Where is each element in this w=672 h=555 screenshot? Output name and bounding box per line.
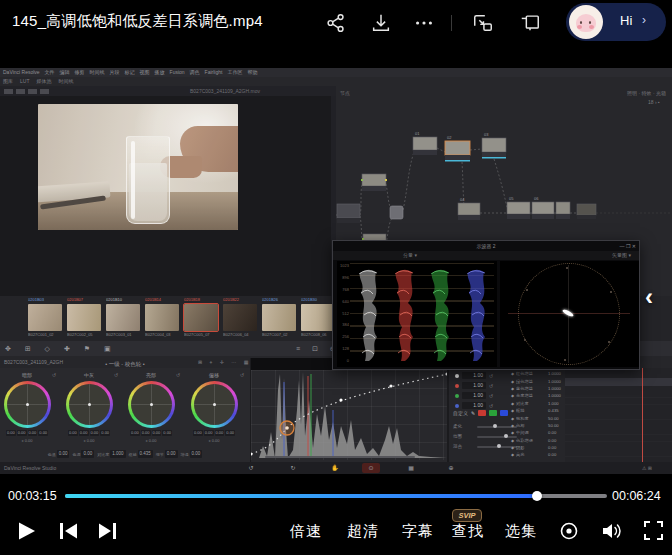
hand-icon: ✋ [326, 463, 344, 473]
avatar-eye [589, 21, 591, 24]
add-icon: ⊕ [442, 463, 460, 473]
keyframe-parameter-list: ◆红色增益1.0000 ◆绿色增益1.0000 ◆蓝色增益1.0000 ◆亮度增… [511, 370, 563, 459]
avatar[interactable] [569, 5, 603, 39]
lift-values: 0.000.000.000.00 [0, 430, 56, 436]
custom-curve-row: 自定义 ✎ [453, 410, 508, 416]
node-02-selected: 02 [445, 135, 470, 162]
avatar-face [576, 14, 596, 32]
node-01: 01 [413, 131, 437, 155]
svg-text:03: 03 [484, 132, 489, 137]
cast-icon[interactable] [519, 12, 541, 34]
offset-master-value: ± 0.00 [185, 438, 243, 443]
more-icon[interactable] [413, 12, 435, 34]
scopes-window-title: 示波器 2 [333, 241, 639, 251]
rgb-parade-scope: 10238967686405123842561280 [337, 261, 497, 367]
wheel-label-offset: 偏移 [185, 372, 243, 378]
gain-wheel [128, 381, 175, 428]
chevron-right-icon: › [642, 13, 646, 27]
node-08 [577, 204, 596, 219]
clip-thumbnail-current [184, 304, 218, 331]
playback-speed-button[interactable]: 倍速 [290, 522, 322, 541]
volume-icon[interactable] [601, 521, 623, 541]
current-time: 00:03:15 [8, 489, 57, 503]
node-05: 05 [507, 196, 530, 219]
download-icon[interactable] [370, 12, 392, 34]
waveform-type-dropdown: 分量 ▾ [403, 251, 417, 260]
waveform-traces [350, 263, 494, 363]
slider-row: 范围 [453, 432, 517, 441]
quality-button[interactable]: 超清 [347, 522, 379, 541]
keyframe-playhead [642, 368, 643, 462]
search-in-video-button[interactable]: 查找 [452, 522, 484, 541]
param-row-g: 1.00↺ [455, 391, 493, 400]
node-graph: 01 02 03 04 05 06 [336, 98, 672, 240]
progress-played [65, 494, 538, 498]
vectorscope [500, 261, 639, 367]
scene-soft-overlay [38, 104, 238, 230]
scopes-window-buttons: — ❐ ✕ [620, 241, 636, 251]
curves-panel: 自定义 ▾ [250, 358, 448, 462]
clip-thumbnail [223, 304, 257, 331]
resolve-menubar: DaVinci Resolve文件编辑修剪时间线片段标记视图播放Fusion调色… [0, 68, 672, 77]
clip-item: 0201B30B027C008_06 [301, 296, 335, 339]
lift-wheel [4, 381, 51, 428]
clip-item: 0201B10B027C003_01 [106, 296, 140, 339]
progress-bar[interactable] [65, 494, 607, 498]
video-frame[interactable]: DaVinci Resolve文件编辑修剪时间线片段标记视图播放Fusion调色… [0, 45, 672, 481]
gain-master-value: ± 0.00 [122, 438, 180, 443]
wheel-label-lift: 暗部 [0, 372, 56, 378]
fullscreen-icon[interactable] [644, 521, 663, 540]
gamma-values: 0.000.000.000.00 [60, 430, 118, 436]
node-07 [556, 202, 570, 219]
svg-text:01: 01 [415, 131, 420, 136]
screen: 145_高调低饱和低反差日系调色.mp4 [0, 0, 672, 555]
subtitles-button[interactable]: 字幕 [402, 522, 434, 541]
next-episode-button[interactable] [96, 519, 120, 543]
prev-episode-button[interactable] [56, 519, 80, 543]
cursor-ring [280, 421, 294, 435]
gamma-wheel [66, 381, 113, 428]
slider-row: 柔化 [453, 422, 517, 431]
video-preview-glass-of-water [38, 104, 238, 230]
node-graph-header: 节点 照明 · 特效 · 光箱 [336, 88, 672, 98]
drawer-chevron-icon[interactable]: ‹ [645, 283, 653, 311]
record-icon[interactable] [559, 521, 579, 541]
lift-master-value: ± 0.00 [0, 438, 56, 443]
node-06: 06 [532, 196, 554, 219]
wheel-label-gain: 亮部 [122, 372, 180, 378]
scopes-window: 示波器 2 — ❐ ✕ 分量 ▾ 矢量图 ▾ 10238967686405123… [332, 240, 640, 370]
pip-icon[interactable] [472, 12, 494, 34]
histogram [259, 372, 447, 458]
progress-handle[interactable] [532, 491, 542, 501]
offset-values: 0.000.000.000.00 [185, 430, 243, 436]
keyframe-panel: 1.00↺ 1.00↺ 1.00↺ 1.00↺ 自定义 ✎ 柔化 范围 混合 ◆… [448, 368, 672, 462]
reset-icon: ↺ [52, 372, 56, 378]
svg-text:05: 05 [509, 196, 514, 201]
avatar-cheek [577, 25, 582, 29]
total-time: 00:06:24 [612, 489, 661, 503]
curves-graph [251, 370, 447, 460]
clip-item: 0201B03B027C001_02 [28, 296, 62, 339]
episodes-button[interactable]: 选集 [505, 522, 537, 541]
avatar-cheek [589, 25, 594, 29]
param-row-y: 1.00↺ [455, 371, 493, 380]
node-input [337, 204, 360, 223]
node-03: 03 [482, 132, 506, 159]
resolve-ui-in-video: DaVinci Resolve文件编辑修剪时间线片段标记视图播放Fusion调色… [0, 68, 672, 474]
keyframe-track [565, 368, 672, 462]
node-mixer [390, 206, 403, 219]
blue-swatch [500, 410, 508, 416]
share-icon[interactable] [325, 12, 347, 34]
wheel-label-gamma: 中灰 [60, 372, 118, 378]
gain-values: 0.000.000.000.00 [122, 430, 180, 436]
scopes-subheader: 分量 ▾ 矢量图 ▾ [333, 251, 639, 260]
node-a [361, 174, 387, 191]
clip-thumbnail [67, 304, 101, 331]
player-controls: 00:03:15 00:06:24 倍速 超清 字幕 查找 SVIP 选集 [0, 481, 672, 555]
play-button[interactable] [14, 519, 38, 543]
greeting-label: Hi [620, 13, 632, 28]
clip-item: 0201B14B027C004_03 [145, 296, 179, 339]
param-row-b: 1.00↺ [455, 401, 493, 410]
avatar-eye [580, 21, 582, 24]
viewer-clip-name: B027C003_241109_A2GH.mov [190, 86, 260, 96]
